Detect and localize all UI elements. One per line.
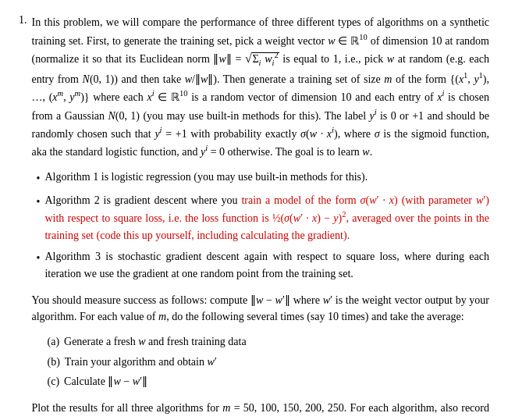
algorithm-list: • Algorithm 1 is logistic regression (yo…: [37, 169, 490, 283]
success-paragraph: You should measure success as follows: c…: [32, 292, 490, 326]
algorithm-2-text: Algorithm 2 is gradient descent where yo…: [44, 192, 489, 244]
sub-step-b-text: Train your algorithm and obtain w′: [65, 354, 217, 371]
sub-label-b: (b): [48, 354, 60, 371]
algorithm-1-text: Algorithm 1 is logistic regression (you …: [44, 169, 368, 186]
sub-step-c-text: Calculate ‖w − w′‖: [64, 373, 147, 390]
list-item: • Algorithm 2 is gradient descent where …: [37, 192, 490, 244]
list-item: • Algorithm 1 is logistic regression (yo…: [37, 169, 490, 187]
list-item: (a) Generate a fresh w and fresh trainin…: [48, 333, 490, 351]
intro-paragraph: In this problem, we will compare the per…: [32, 14, 490, 161]
problem-number: 1.: [19, 14, 27, 420]
sub-step-a-text: Generate a fresh w and fresh training da…: [64, 333, 247, 351]
algorithm-3-text: Algorithm 3 is stochastic gradient desce…: [44, 248, 489, 282]
sub-label-c: (c): [48, 373, 60, 390]
bullet-dot: •: [37, 250, 41, 267]
problem-content: In this problem, we will compare the per…: [32, 14, 490, 420]
bullet-dot: •: [37, 170, 41, 187]
list-item: (c) Calculate ‖w − w′‖: [48, 373, 490, 390]
list-item: (b) Train your algorithm and obtain w′: [48, 354, 490, 371]
sub-label-a: (a): [48, 333, 60, 351]
sub-steps-list: (a) Generate a fresh w and fresh trainin…: [48, 333, 490, 390]
problem-block: 1. In this problem, we will compare the …: [19, 14, 489, 420]
bullet-dot: •: [37, 194, 41, 211]
plot-paragraph: Plot the results for all three algorithm…: [32, 400, 490, 420]
list-item: • Algorithm 3 is stochastic gradient des…: [37, 248, 490, 282]
